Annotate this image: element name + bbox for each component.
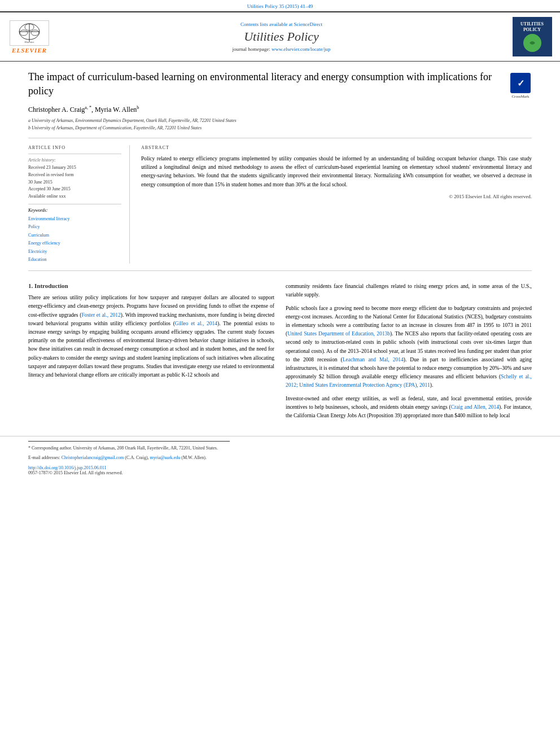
article-info-title: ARTICLE INFO [28, 145, 121, 150]
keywords-list: Environmental literacyPolicyCurriculumEn… [28, 215, 121, 264]
section-num: 1. [28, 282, 33, 289]
journal-center-info: Contents lists available at ScienceDirec… [58, 21, 505, 52]
affiliations: a University of Arkansas, Environmental … [28, 117, 504, 132]
footnote-email: E-mail addresses: Christopherialancraig@… [28, 455, 532, 462]
author1-name: Christopher A. Craig [28, 106, 85, 113]
history-received-revised: Received in revised form [28, 172, 121, 179]
keyword-item: Environmental literacy [28, 215, 121, 223]
history-label: Article history: [28, 158, 121, 163]
crossmark-badge: ✓ CrossMark [509, 73, 532, 99]
abstract-section: ABSTRACT Policy related to energy effici… [141, 145, 532, 264]
keywords-title: Keywords: [28, 208, 121, 213]
homepage-link[interactable]: www.elsevier.com/locate/jup [272, 46, 330, 52]
two-column-layout: 1. Introduction There are serious utilit… [28, 282, 532, 425]
page-footer: * Corresponding author. University of Ar… [0, 436, 560, 479]
section-title-text: Introduction [34, 282, 68, 289]
introduction-section: 1. Introduction There are serious utilit… [28, 271, 532, 430]
footer-divider [28, 441, 230, 442]
keyword-item: Policy [28, 223, 121, 231]
ref-schelly[interactable]: Schelly et al., 2012; United States Envi… [286, 374, 532, 388]
journal-title: Utilities Policy [58, 29, 505, 44]
keyword-item: Electricity [28, 248, 121, 256]
article-title-text: The impact of curriculum-based learning … [28, 70, 504, 132]
utilities-badge: UTILITIES POLICY [511, 17, 553, 56]
elsevier-text: ELSEVIER [12, 47, 47, 54]
ref-foster[interactable]: Foster et al., 2012 [81, 312, 120, 318]
article-info: ARTICLE INFO Article history: Received 2… [28, 145, 130, 264]
journal-reference: Utilities Policy 35 (2015) 41–49 [247, 3, 313, 9]
authors-line: Christopher A. Craiga, *, Myria W. Allen… [28, 105, 504, 114]
ref-gilleo[interactable]: Gilleo et al., 2014 [175, 321, 217, 326]
doi-line: http://dx.doi.org/10.1016/j.jup.2015.06.… [28, 464, 532, 470]
author1-sup: a, * [85, 105, 91, 110]
right-column: community residents face financial chall… [286, 282, 532, 425]
footnote-star: * Corresponding author. University of Ar… [28, 445, 532, 452]
intro-paragraph1: There are serious utility policy implica… [28, 294, 274, 379]
journal-header: Elsevier ELSEVIER Contents lists availab… [0, 11, 560, 62]
doi-link[interactable]: http://dx.doi.org/10.1016/j.jup.2015.06.… [28, 465, 106, 470]
issn-line: 0957-1787/© 2015 Elsevier Ltd. All right… [28, 470, 532, 475]
affiliation-b: b University of Arkansas, Department of … [28, 125, 504, 132]
article-title: The impact of curriculum-based learning … [28, 70, 504, 98]
keyword-item: Education [28, 256, 121, 264]
history-revised-date: 30 June 2015 [28, 179, 121, 186]
keyword-item: Energy efficiency [28, 239, 121, 247]
sciencedirect-name[interactable]: ScienceDirect [294, 21, 322, 27]
badge-title-line1: UTILITIES [520, 21, 544, 27]
intro-paragraph4: Investor-owned and other energy utilitie… [286, 395, 532, 421]
article-body: ARTICLE INFO Article history: Received 2… [28, 138, 532, 271]
badge-title-line2: POLICY [523, 27, 541, 33]
keyword-item: Curriculum [28, 231, 121, 239]
left-column: 1. Introduction There are serious utilit… [28, 282, 274, 425]
section-heading: 1. Introduction [28, 282, 274, 289]
ref-leachman[interactable]: Leachman and Mal, 2014 [343, 357, 404, 362]
history-received: Received 23 January 2015 [28, 164, 121, 172]
email2-link[interactable]: myria@uark.edu [150, 455, 181, 460]
svg-text:Elsevier: Elsevier [25, 41, 34, 43]
elsevier-logo: Elsevier ELSEVIER [7, 20, 52, 54]
sciencedirect-link: Contents lists available at ScienceDirec… [58, 21, 505, 27]
copyright-note: © 2015 Elsevier Ltd. All rights reserved… [141, 194, 532, 199]
ref-craig-allen[interactable]: Craig and Allen, 2014 [451, 404, 499, 410]
author2-sup: b [137, 105, 139, 110]
journal-homepage: journal homepage: www.elsevier.com/locat… [58, 46, 505, 52]
clean-text: Clean [317, 413, 329, 418]
history-available: Available online xxx [28, 193, 121, 200]
crossmark-label: CrossMark [511, 94, 529, 99]
abstract-text: Policy related to energy efficiency prog… [141, 155, 532, 189]
email1-link[interactable]: Christopherialancraig@gmail.com [62, 455, 124, 460]
article-title-section: The impact of curriculum-based learning … [28, 62, 532, 138]
main-content: The impact of curriculum-based learning … [0, 62, 560, 430]
history-accepted: Accepted 30 June 2015 [28, 186, 121, 193]
crossmark-icon: ✓ [510, 73, 531, 93]
intro-paragraph2: community residents face financial chall… [286, 282, 532, 299]
ref-usdoe[interactable]: United States Department of Education, 2… [287, 331, 390, 337]
abstract-title: ABSTRACT [141, 145, 532, 150]
author2-name: Myria W. Allen [95, 106, 137, 113]
affiliation-a: a University of Arkansas, Environmental … [28, 117, 504, 125]
intro-paragraph3: Public schools face a growing need to be… [286, 304, 532, 390]
